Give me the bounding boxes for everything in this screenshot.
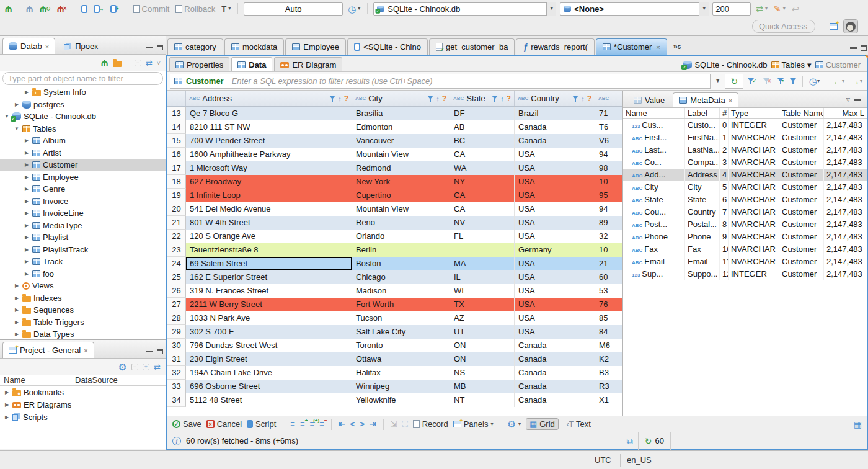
script-button[interactable]: Script xyxy=(247,419,276,429)
cell-city[interactable]: Salt Lake City xyxy=(352,325,450,339)
project-item-er-diagrams[interactable]: ▶ER Diagrams xyxy=(0,398,166,411)
disconnect-button[interactable]: Ψ× xyxy=(56,2,68,16)
meta-column-max-l[interactable]: Max L xyxy=(824,108,867,118)
commit-button[interactable]: Commit xyxy=(132,2,171,16)
cell-postal[interactable]: 10 xyxy=(595,243,622,257)
cell-state[interactable]: ON xyxy=(450,352,515,366)
tree-item-foo[interactable]: ▶foo xyxy=(0,268,166,280)
breadcrumb-customer[interactable]: Customer xyxy=(815,60,861,69)
minimize-icon[interactable] xyxy=(854,99,861,101)
minimize-icon[interactable] xyxy=(850,47,857,49)
cell-country[interactable]: USA xyxy=(515,311,595,325)
cell-country[interactable]: Canada xyxy=(515,120,595,134)
meta-column-type[interactable]: Type xyxy=(728,108,779,118)
chevron-right-icon[interactable]: ▶ xyxy=(24,174,30,180)
metadata-row[interactable]: ABCPhonePhone9NVARCHARCustomer2,147,483 xyxy=(623,231,867,243)
cell-country[interactable]: USA xyxy=(515,230,595,243)
cell-country[interactable]: USA xyxy=(515,257,595,270)
tab-project-explorer[interactable]: Проек xyxy=(58,38,104,54)
row-number[interactable]: 23 xyxy=(167,243,186,257)
column-name[interactable]: Name xyxy=(0,375,71,385)
cell-postal[interactable]: 21 xyxy=(595,257,622,270)
cell-country[interactable]: USA xyxy=(515,189,595,202)
apply-filter-button[interactable]: ✓ xyxy=(746,74,759,89)
column-datasource[interactable]: DataSource xyxy=(71,375,122,385)
meta-column-label[interactable]: Label xyxy=(685,108,720,118)
cell-city[interactable]: New York xyxy=(352,175,450,189)
cell-country[interactable]: Brazil xyxy=(515,107,595,120)
cell-country[interactable]: USA xyxy=(515,202,595,216)
subtab-data[interactable]: Data xyxy=(231,57,272,71)
metadata-row[interactable]: ABCPost...Postal...8NVARCHARCustomer2,14… xyxy=(623,218,867,231)
tab-value[interactable]: Value xyxy=(627,92,671,107)
cell-state[interactable]: NT xyxy=(450,393,515,407)
row-number[interactable]: 17 xyxy=(167,161,186,175)
view-menu-button[interactable]: ▽ xyxy=(846,97,850,102)
auto-refresh-control[interactable]: ↻ 60 xyxy=(638,432,671,450)
reconnect-button[interactable]: Ψ↻ xyxy=(38,2,52,16)
view-menu-button[interactable]: ▽ xyxy=(157,60,161,65)
column-header-country[interactable]: ABCCountry↕? xyxy=(515,91,595,106)
cell-address[interactable]: 696 Osborne Street xyxy=(186,380,352,393)
cell-address[interactable]: 5112 48 Street xyxy=(186,393,352,407)
record-button[interactable]: Record xyxy=(413,419,448,429)
cell-country[interactable]: USA xyxy=(515,175,595,189)
cell-address[interactable]: 162 E Superior Street xyxy=(186,270,352,284)
cell-city[interactable]: Tucson xyxy=(352,311,450,325)
undo-button[interactable]: ↩ xyxy=(790,2,801,16)
cell-state[interactable]: CA xyxy=(450,148,515,161)
chevron-right-icon[interactable]: ▶ xyxy=(14,283,20,288)
cell-city[interactable]: Vancouver xyxy=(352,134,450,148)
maximize-icon[interactable] xyxy=(157,349,163,354)
remove-filter-button[interactable]: × xyxy=(761,74,773,89)
row-number[interactable]: 16 xyxy=(167,148,186,161)
cell-address[interactable]: Tauentzienstraße 8 xyxy=(186,243,352,257)
chevron-right-icon[interactable]: ▶ xyxy=(24,199,30,204)
duplicate-row-button[interactable]: ≡(+) xyxy=(310,419,315,429)
locale-indicator[interactable]: en_US xyxy=(620,454,658,467)
cell-postal[interactable]: T6 xyxy=(595,120,622,134)
chevron-right-icon[interactable]: ▶ xyxy=(24,210,30,216)
chevron-right-icon[interactable]: ▶ xyxy=(14,307,20,313)
cell-city[interactable]: Mountain View xyxy=(352,202,450,216)
cell-postal[interactable]: 71 xyxy=(595,107,622,120)
cell-postal[interactable]: 76 xyxy=(595,298,622,311)
row-number[interactable]: 33 xyxy=(167,380,186,393)
row-number[interactable]: 28 xyxy=(167,311,186,325)
cell-postal[interactable]: K2 xyxy=(595,352,622,366)
cell-city[interactable]: Cupertino xyxy=(352,189,450,202)
cell-country[interactable]: USA xyxy=(515,148,595,161)
chevron-right-icon[interactable]: ▶ xyxy=(24,223,30,228)
maximize-icon[interactable] xyxy=(157,45,163,50)
transaction-mode-button[interactable]: T▾ xyxy=(220,2,232,16)
dbeaver-perspective-button[interactable] xyxy=(843,19,858,34)
metadata-row[interactable]: 123Sup...Suppo...12INTEGERCustomer2,147,… xyxy=(623,268,867,280)
cell-city[interactable]: Berlin xyxy=(352,243,450,257)
cell-country[interactable]: Canada xyxy=(515,134,595,148)
row-number[interactable]: 31 xyxy=(167,352,186,366)
maximize-icon[interactable] xyxy=(861,45,867,51)
breadcrumb-sqlite-chinook-db[interactable]: SQLite - Chinook.db xyxy=(683,60,767,69)
refresh-button[interactable]: ↻ xyxy=(725,74,743,89)
cancel-button[interactable]: ×Cancel xyxy=(206,419,242,429)
tree-item-tables[interactable]: ▼Tables xyxy=(0,123,166,135)
cell-state[interactable]: NV xyxy=(450,216,515,230)
editor-tab-get-customer-ba[interactable]: get_customer_ba xyxy=(429,38,515,55)
cell-postal[interactable]: M6 xyxy=(595,339,622,352)
minimize-icon[interactable] xyxy=(146,47,153,48)
text-view-toggle[interactable]: ‹TText xyxy=(564,419,594,429)
tree-item-invoiceline[interactable]: ▶InvoiceLine xyxy=(0,207,166,220)
chevron-right-icon[interactable]: ▶ xyxy=(14,295,20,301)
tab-database-navigator[interactable]: Datab× xyxy=(2,38,55,54)
cell-country[interactable]: USA xyxy=(515,284,595,298)
tab-overflow-button[interactable]: »5 xyxy=(673,42,681,51)
cell-postal[interactable]: 89 xyxy=(595,216,622,230)
schema-combo[interactable]: <None>▼ xyxy=(560,2,709,16)
gear-icon[interactable]: ⚙ xyxy=(118,362,126,372)
tree-item-postgres[interactable]: ▶postgres xyxy=(0,99,166,111)
new-sql-editor-button[interactable]: + xyxy=(109,2,120,16)
tree-item-data-types[interactable]: ▶Data Types xyxy=(0,328,166,339)
cell-state[interactable]: WI xyxy=(450,284,515,298)
project-item-scripts[interactable]: ▶Scripts xyxy=(0,411,166,423)
cell-city[interactable]: Edmonton xyxy=(352,120,450,134)
